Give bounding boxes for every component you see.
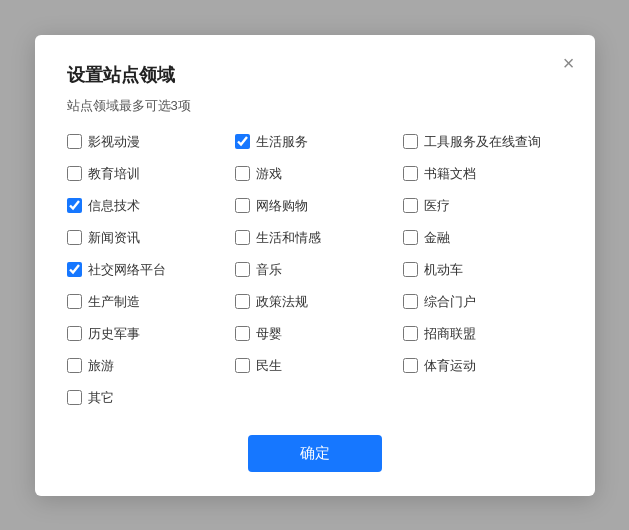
close-button[interactable]: ×: [563, 53, 575, 73]
checkbox-item-qinggan[interactable]: 生活和情感: [235, 229, 395, 247]
checkbox-label-lvyou: 旅游: [88, 357, 114, 375]
checkbox-xinxi[interactable]: [67, 198, 82, 213]
checkbox-yingshi[interactable]: [67, 134, 82, 149]
checkbox-zhengce[interactable]: [235, 294, 250, 309]
checkbox-shejiao[interactable]: [67, 262, 82, 277]
checkbox-item-shuji[interactable]: 书籍文档: [403, 165, 563, 183]
checkbox-item-jinrong[interactable]: 金融: [403, 229, 563, 247]
checkbox-label-zonghe: 综合门户: [424, 293, 476, 311]
checkbox-item-minsheng[interactable]: 民生: [235, 357, 395, 375]
checkbox-shengchan[interactable]: [67, 294, 82, 309]
checkbox-yinyue[interactable]: [235, 262, 250, 277]
modal-overlay: 设置站点领域 × 站点领域最多可选3项 影视动漫生活服务工具服务及在线查询教育培…: [0, 0, 629, 530]
checkbox-lishi[interactable]: [67, 326, 82, 341]
checkbox-label-lishi: 历史军事: [88, 325, 140, 343]
checkbox-item-yiliao[interactable]: 医疗: [403, 197, 563, 215]
checkbox-zhaoshang[interactable]: [403, 326, 418, 341]
checkbox-item-jiaoyu[interactable]: 教育培训: [67, 165, 227, 183]
modal-dialog: 设置站点领域 × 站点领域最多可选3项 影视动漫生活服务工具服务及在线查询教育培…: [35, 35, 595, 496]
checkbox-label-zhaoshang: 招商联盟: [424, 325, 476, 343]
checkbox-label-jiaoyu: 教育培训: [88, 165, 140, 183]
confirm-button[interactable]: 确定: [248, 435, 382, 472]
checkbox-label-youxi: 游戏: [256, 165, 282, 183]
checkbox-jinrong[interactable]: [403, 230, 418, 245]
checkbox-label-wanggou: 网络购物: [256, 197, 308, 215]
checkbox-item-tiyu[interactable]: 体育运动: [403, 357, 563, 375]
modal-title: 设置站点领域: [67, 63, 563, 87]
checkbox-wanggou[interactable]: [235, 198, 250, 213]
checkbox-jiaoyu[interactable]: [67, 166, 82, 181]
checkbox-label-jinrong: 金融: [424, 229, 450, 247]
checkbox-tiyu[interactable]: [403, 358, 418, 373]
checkbox-yiliao[interactable]: [403, 198, 418, 213]
checkbox-item-lvyou[interactable]: 旅游: [67, 357, 227, 375]
checkbox-label-tiyu: 体育运动: [424, 357, 476, 375]
checkbox-item-lishi[interactable]: 历史军事: [67, 325, 227, 343]
checkbox-item-shengchan[interactable]: 生产制造: [67, 293, 227, 311]
checkbox-item-shenghuo[interactable]: 生活服务: [235, 133, 395, 151]
checkbox-label-yiliao: 医疗: [424, 197, 450, 215]
checkbox-gongju[interactable]: [403, 134, 418, 149]
checkbox-label-shengchan: 生产制造: [88, 293, 140, 311]
checkbox-label-yinyue: 音乐: [256, 261, 282, 279]
checkbox-item-gongju[interactable]: 工具服务及在线查询: [403, 133, 563, 151]
checkbox-item-yingshi[interactable]: 影视动漫: [67, 133, 227, 151]
checkbox-label-gongju: 工具服务及在线查询: [424, 133, 541, 151]
checkbox-item-youxi[interactable]: 游戏: [235, 165, 395, 183]
checkbox-label-xinxi: 信息技术: [88, 197, 140, 215]
confirm-row: 确定: [67, 435, 563, 472]
checkbox-xinwen[interactable]: [67, 230, 82, 245]
checkbox-item-qita[interactable]: 其它: [67, 389, 227, 407]
checkbox-label-qita: 其它: [88, 389, 114, 407]
checkbox-youxi[interactable]: [235, 166, 250, 181]
checkbox-grid: 影视动漫生活服务工具服务及在线查询教育培训游戏书籍文档信息技术网络购物医疗新闻资…: [67, 133, 563, 407]
checkbox-jidongche[interactable]: [403, 262, 418, 277]
checkbox-label-xinwen: 新闻资讯: [88, 229, 140, 247]
checkbox-item-yinyue[interactable]: 音乐: [235, 261, 395, 279]
checkbox-item-zhaoshang[interactable]: 招商联盟: [403, 325, 563, 343]
checkbox-item-zhengce[interactable]: 政策法规: [235, 293, 395, 311]
checkbox-shenghuo[interactable]: [235, 134, 250, 149]
checkbox-qinggan[interactable]: [235, 230, 250, 245]
checkbox-label-qinggan: 生活和情感: [256, 229, 321, 247]
checkbox-item-muying[interactable]: 母婴: [235, 325, 395, 343]
checkbox-label-zhengce: 政策法规: [256, 293, 308, 311]
checkbox-lvyou[interactable]: [67, 358, 82, 373]
checkbox-label-muying: 母婴: [256, 325, 282, 343]
modal-subtitle: 站点领域最多可选3项: [67, 97, 563, 115]
checkbox-label-shuji: 书籍文档: [424, 165, 476, 183]
checkbox-label-minsheng: 民生: [256, 357, 282, 375]
checkbox-item-wanggou[interactable]: 网络购物: [235, 197, 395, 215]
checkbox-item-zonghe[interactable]: 综合门户: [403, 293, 563, 311]
checkbox-label-shenghuo: 生活服务: [256, 133, 308, 151]
checkbox-label-shejiao: 社交网络平台: [88, 261, 166, 279]
checkbox-zonghe[interactable]: [403, 294, 418, 309]
checkbox-shuji[interactable]: [403, 166, 418, 181]
checkbox-minsheng[interactable]: [235, 358, 250, 373]
checkbox-item-jidongche[interactable]: 机动车: [403, 261, 563, 279]
checkbox-label-jidongche: 机动车: [424, 261, 463, 279]
checkbox-item-xinwen[interactable]: 新闻资讯: [67, 229, 227, 247]
checkbox-label-yingshi: 影视动漫: [88, 133, 140, 151]
checkbox-qita[interactable]: [67, 390, 82, 405]
checkbox-muying[interactable]: [235, 326, 250, 341]
checkbox-item-shejiao[interactable]: 社交网络平台: [67, 261, 227, 279]
checkbox-item-xinxi[interactable]: 信息技术: [67, 197, 227, 215]
